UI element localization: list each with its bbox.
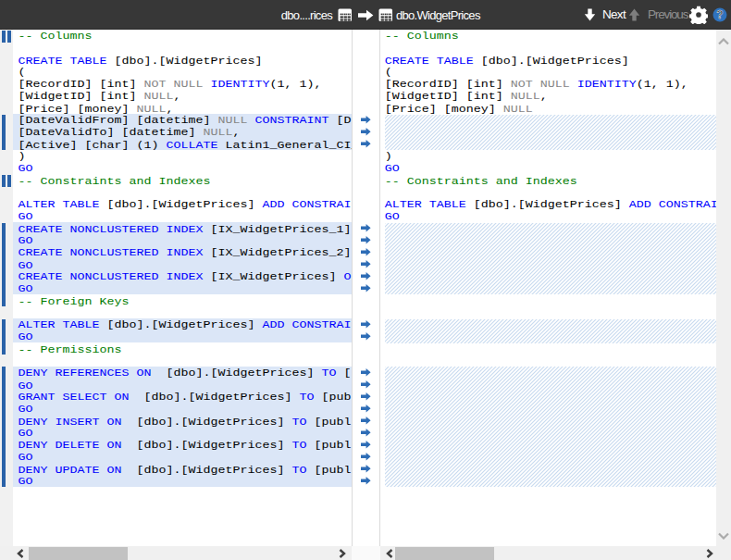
svg-text:?: ? — [716, 8, 723, 21]
